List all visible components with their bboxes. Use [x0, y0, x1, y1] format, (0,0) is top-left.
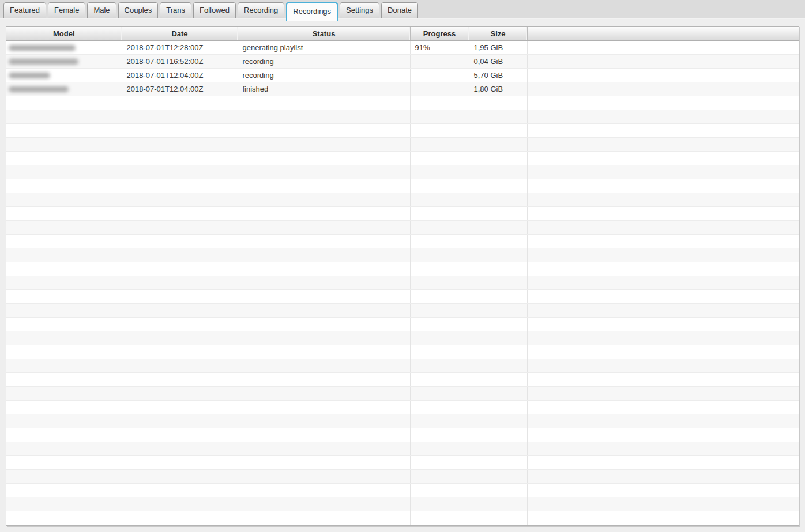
- cell-model-empty: [6, 331, 122, 345]
- cell-status: finished: [238, 82, 410, 96]
- cell-size-empty: [469, 235, 527, 248]
- cell-blank-empty: [527, 96, 799, 110]
- cell-size-empty: [469, 165, 527, 179]
- empty-row: [6, 428, 799, 442]
- column-header-date[interactable]: Date: [122, 27, 238, 41]
- cell-size-empty: [469, 290, 527, 304]
- cell-blank-empty: [527, 497, 799, 511]
- tab-recordings[interactable]: Recordings: [286, 2, 338, 21]
- cell-size-empty: [469, 152, 527, 165]
- tab-male[interactable]: Male: [87, 2, 116, 18]
- cell-blank: [527, 41, 799, 55]
- cell-model-empty: [6, 497, 122, 511]
- cell-blank-empty: [527, 152, 799, 165]
- cell-status-empty: [238, 304, 410, 318]
- cell-blank-empty: [527, 290, 799, 304]
- empty-row: [6, 331, 799, 345]
- cell-model-empty: [6, 276, 122, 290]
- cell-blank-empty: [527, 511, 799, 525]
- cell-size-empty: [469, 318, 527, 331]
- table-row[interactable]: 2018-07-01T12:28:00Zgenerating playlist9…: [6, 41, 799, 55]
- tab-followed[interactable]: Followed: [193, 2, 236, 18]
- cell-blank: [527, 69, 799, 82]
- cell-blank-empty: [527, 235, 799, 248]
- cell-model-empty: [6, 193, 122, 207]
- cell-blank-empty: [527, 221, 799, 235]
- column-header-blank[interactable]: [527, 27, 799, 41]
- empty-row: [6, 304, 799, 318]
- cell-model-empty: [6, 165, 122, 179]
- cell-date: 2018-07-01T12:04:00Z: [122, 69, 238, 82]
- tab-donate[interactable]: Donate: [381, 2, 418, 18]
- cell-blank-empty: [527, 331, 799, 345]
- cell-progress-empty: [410, 110, 469, 124]
- cell-model-empty: [6, 373, 122, 387]
- cell-status-empty: [238, 207, 410, 221]
- cell-blank-empty: [527, 387, 799, 401]
- column-header-model[interactable]: Model: [6, 27, 122, 41]
- empty-row: [6, 124, 799, 138]
- cell-model-empty: [6, 359, 122, 373]
- cell-size-empty: [469, 414, 527, 428]
- cell-date-empty: [122, 456, 238, 470]
- tab-couples[interactable]: Couples: [118, 2, 159, 18]
- cell-status: generating playlist: [238, 41, 410, 55]
- cell-status-empty: [238, 484, 410, 497]
- tab-recording[interactable]: Recording: [238, 2, 284, 18]
- tab-settings[interactable]: Settings: [340, 2, 379, 18]
- cell-progress-empty: [410, 511, 469, 525]
- empty-row: [6, 470, 799, 484]
- table-row[interactable]: 2018-07-01T12:04:00Zrecording5,70 GiB: [6, 69, 799, 82]
- column-header-size[interactable]: Size: [469, 27, 527, 41]
- cell-progress: [410, 82, 469, 96]
- cell-size-empty: [469, 428, 527, 442]
- cell-progress-empty: [410, 165, 469, 179]
- cell-model-empty: [6, 290, 122, 304]
- cell-size-empty: [469, 124, 527, 138]
- empty-row: [6, 165, 799, 179]
- cell-status-empty: [238, 96, 410, 110]
- cell-blank-empty: [527, 262, 799, 276]
- tab-trans[interactable]: Trans: [160, 2, 191, 18]
- cell-status-empty: [238, 456, 410, 470]
- cell-size-empty: [469, 401, 527, 414]
- cell-date-empty: [122, 484, 238, 497]
- empty-row: [6, 207, 799, 221]
- cell-status-empty: [238, 276, 410, 290]
- cell-blank-empty: [527, 484, 799, 497]
- table-row[interactable]: 2018-07-01T12:04:00Zfinished1,80 GiB: [6, 82, 799, 96]
- cell-size-empty: [469, 138, 527, 152]
- column-header-progress[interactable]: Progress: [410, 27, 469, 41]
- column-header-status[interactable]: Status: [238, 27, 410, 41]
- cell-progress-empty: [410, 152, 469, 165]
- empty-row: [6, 456, 799, 470]
- cell-size: 1,95 GiB: [469, 41, 527, 55]
- cell-progress-empty: [410, 290, 469, 304]
- cell-status-empty: [238, 221, 410, 235]
- cell-status-empty: [238, 497, 410, 511]
- cell-blank-empty: [527, 124, 799, 138]
- cell-status-empty: [238, 152, 410, 165]
- cell-blank-empty: [527, 138, 799, 152]
- cell-status-empty: [238, 179, 410, 193]
- cell-blank-empty: [527, 165, 799, 179]
- cell-progress-empty: [410, 470, 469, 484]
- cell-progress-empty: [410, 428, 469, 442]
- tab-featured[interactable]: Featured: [3, 2, 46, 18]
- cell-size-empty: [469, 456, 527, 470]
- empty-row: [6, 193, 799, 207]
- cell-size-empty: [469, 96, 527, 110]
- table-header-row: ModelDateStatusProgressSize: [6, 27, 799, 41]
- cell-size-empty: [469, 221, 527, 235]
- cell-progress-empty: [410, 221, 469, 235]
- cell-size-empty: [469, 359, 527, 373]
- empty-row: [6, 221, 799, 235]
- table-row[interactable]: 2018-07-01T16:52:00Zrecording0,04 GiB: [6, 55, 799, 69]
- cell-date-empty: [122, 318, 238, 331]
- cell-date: 2018-07-01T12:28:00Z: [122, 41, 238, 55]
- cell-status-empty: [238, 110, 410, 124]
- tab-female[interactable]: Female: [48, 2, 85, 18]
- cell-date-empty: [122, 262, 238, 276]
- cell-blank-empty: [527, 207, 799, 221]
- empty-row: [6, 96, 799, 110]
